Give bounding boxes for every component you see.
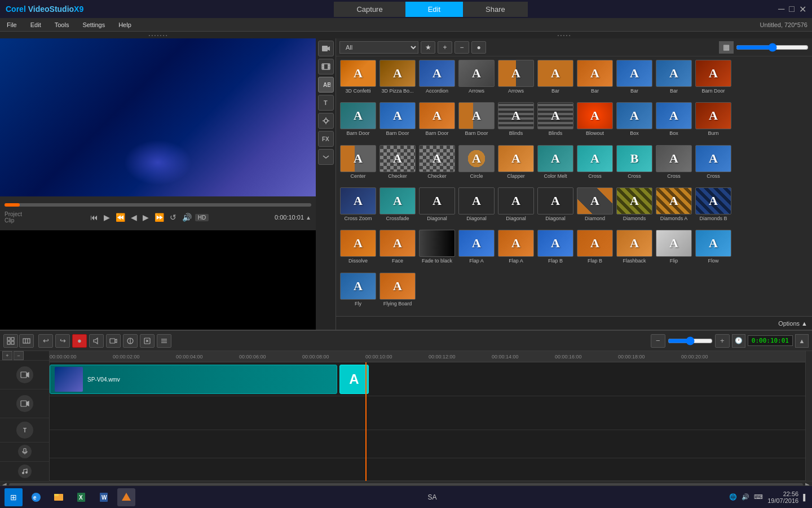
filter-add-button[interactable]: + — [438, 41, 452, 54]
transition-item-flap-b1[interactable]: AFlap B — [537, 230, 574, 270]
transition-item-accordion[interactable]: AAccordion — [418, 60, 456, 100]
taskbar-excel-icon[interactable]: X — [72, 488, 90, 506]
transition-item-cross2[interactable]: BCross — [616, 145, 653, 185]
transition-item-blinds2[interactable]: ABlinds — [537, 102, 574, 142]
menu-tools[interactable]: Tools — [52, 20, 72, 29]
transition-item-bar1[interactable]: ABar — [537, 60, 574, 100]
minimize-button[interactable]: ─ — [778, 4, 784, 15]
menu-settings[interactable]: Settings — [80, 20, 107, 29]
filter-star-button[interactable]: ★ — [421, 41, 435, 54]
maximize-button[interactable]: □ — [789, 4, 795, 15]
transition-item-cross3[interactable]: ACross — [655, 145, 692, 185]
sidebar-icon-text[interactable]: AB — [318, 77, 334, 93]
taskbar-explorer-icon[interactable] — [50, 488, 68, 506]
filter-remove-button[interactable]: − — [454, 41, 469, 54]
transition-item-box1[interactable]: ABox — [616, 102, 653, 142]
transition-item-arrows1[interactable]: AArrows — [458, 60, 495, 100]
transition-item-flap-b2[interactable]: AFlap B — [576, 230, 614, 270]
capture-button[interactable] — [106, 334, 121, 348]
transition-item-box2[interactable]: ABox — [655, 102, 692, 142]
transition-item-diamond[interactable]: ADiamond — [576, 187, 614, 227]
menu-file[interactable]: File — [5, 20, 19, 29]
prev-frame-button[interactable]: ⏪ — [113, 212, 127, 223]
clock-button[interactable]: 🕐 — [732, 334, 745, 348]
transition-item-diagonal3[interactable]: ADiagonal — [497, 187, 535, 227]
transition-item-center[interactable]: ACenter — [339, 145, 377, 185]
rewind-button[interactable]: ◀ — [129, 212, 139, 223]
timeline-storyboard-button[interactable] — [19, 334, 34, 348]
motion-button[interactable] — [140, 334, 155, 348]
transition-item-color-melt[interactable]: AColor Melt — [537, 145, 574, 185]
transition-item-diagonal2[interactable]: ADiagonal — [458, 187, 495, 227]
transition-item-diamonds[interactable]: ADiamonds — [616, 187, 653, 227]
transition-item-bar4[interactable]: ABar — [655, 60, 692, 100]
split-button[interactable] — [123, 334, 138, 348]
sidebar-icon-fx[interactable]: FX — [318, 131, 334, 147]
transition-item-cross4[interactable]: ACross — [695, 145, 732, 185]
progress-bar[interactable] — [5, 203, 311, 207]
play-button[interactable]: ⏮ — [88, 212, 100, 223]
tab-capture[interactable]: Capture — [334, 2, 405, 17]
transition-item-burn[interactable]: ABurn — [695, 102, 732, 142]
transition-item-bar2[interactable]: ABar — [576, 60, 614, 100]
transition-item-3d-pizza[interactable]: A3D Pizza Bo... — [379, 60, 416, 100]
volume-button[interactable]: 🔊 — [180, 212, 194, 223]
transition-item-flow[interactable]: AFlow — [695, 230, 732, 270]
sidebar-icon-film[interactable] — [318, 59, 334, 75]
remove-track-button[interactable]: − — [14, 351, 24, 360]
transition-item-diagonal4[interactable]: ADiagonal — [537, 187, 574, 227]
sidebar-icon-more[interactable] — [318, 149, 334, 165]
menu-edit[interactable]: Edit — [28, 20, 43, 29]
video-clip[interactable]: SP-V04.wmv — [50, 365, 337, 394]
transition-item-crossfade[interactable]: ACrossfade — [379, 187, 416, 227]
transition-item-flashback[interactable]: AFlashback — [616, 230, 653, 270]
transition-item-clapper[interactable]: AClapper — [497, 145, 535, 185]
progress-bar-container[interactable] — [0, 201, 316, 209]
start-button[interactable]: ⊞ — [5, 488, 23, 506]
transition-item-checker2[interactable]: AChecker — [418, 145, 456, 185]
sidebar-icon-video[interactable] — [318, 41, 334, 56]
taskbar-active-app-icon[interactable] — [117, 488, 135, 506]
close-button[interactable]: ✕ — [799, 4, 806, 15]
transition-item-diagonal1[interactable]: ADiagonal — [418, 187, 456, 227]
stop-button[interactable]: ▶ — [102, 212, 112, 223]
timecode-up-button[interactable]: ▲ — [306, 214, 311, 221]
multitrack-button[interactable] — [157, 334, 171, 348]
transition-item-face[interactable]: AFace — [379, 230, 416, 270]
zoom-slider[interactable] — [736, 43, 809, 52]
taskbar-show-desktop[interactable]: ▌ — [803, 494, 807, 501]
title-clip[interactable]: A — [339, 365, 369, 394]
filter-cookie-button[interactable]: ● — [471, 41, 486, 54]
options-label[interactable]: Options ▲ — [778, 320, 807, 327]
zoom-out-button[interactable]: − — [651, 334, 665, 348]
sidebar-icon-audio[interactable] — [318, 113, 334, 129]
record-button[interactable]: ● — [72, 334, 87, 348]
transition-item-flip[interactable]: AFlip — [655, 230, 692, 270]
taskbar-ie-icon[interactable]: e — [27, 488, 45, 506]
forward-button[interactable]: ▶ — [140, 212, 151, 223]
repeat-button[interactable]: ↺ — [167, 212, 179, 223]
transition-item-bar3[interactable]: ABar — [616, 60, 653, 100]
tab-edit[interactable]: Edit — [405, 2, 463, 17]
transition-item-flap-a2[interactable]: AFlap A — [497, 230, 535, 270]
zoom-in-button[interactable]: + — [715, 334, 730, 348]
transition-item-barn-door5[interactable]: ABarn Door — [458, 102, 495, 142]
transition-item-dissolve[interactable]: ADissolve — [339, 230, 377, 270]
transition-item-circle[interactable]: ACircle — [458, 145, 495, 185]
transition-item-flying-board[interactable]: AFlying Board — [379, 273, 416, 313]
transition-item-3d-confetti[interactable]: A3D Confetti — [339, 60, 377, 100]
add-track-button[interactable]: + — [2, 351, 12, 360]
transition-item-barn-door4[interactable]: ABarn Door — [418, 102, 456, 142]
transition-item-barn-door2[interactable]: ABarn Door — [339, 102, 377, 142]
transition-item-barn-door1[interactable]: ABarn Door — [695, 60, 732, 100]
undo-button[interactable]: ↩ — [38, 334, 53, 348]
filter-dropdown[interactable]: All 2D Transitions 3D Transitions Alpha … — [339, 41, 418, 54]
audio-button[interactable] — [89, 334, 104, 348]
transition-item-diamonds-a1[interactable]: ADiamonds A — [655, 187, 692, 227]
zoom-slider-timeline[interactable] — [668, 336, 713, 345]
transition-item-fade-black[interactable]: Fade to black — [418, 230, 456, 270]
transition-item-arrows2[interactable]: AArrows — [497, 60, 535, 100]
transition-item-blinds1[interactable]: ABlinds — [497, 102, 535, 142]
transition-item-blowout[interactable]: ABlowout — [576, 102, 614, 142]
transition-item-cross-zoom[interactable]: ACross Zoom — [339, 187, 377, 227]
